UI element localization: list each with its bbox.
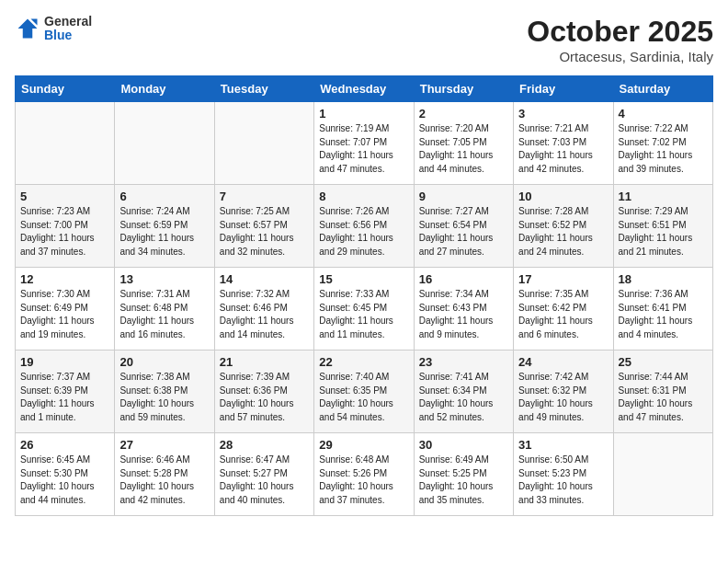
day-info: Sunrise: 7:23 AM Sunset: 7:00 PM Dayligh… (20, 205, 109, 259)
day-cell: 29Sunrise: 6:48 AM Sunset: 5:26 PM Dayli… (314, 433, 414, 516)
day-number: 28 (220, 438, 309, 452)
day-info: Sunrise: 6:46 AM Sunset: 5:28 PM Dayligh… (119, 454, 209, 507)
week-row-2: 5Sunrise: 7:23 AM Sunset: 7:00 PM Daylig… (16, 185, 713, 268)
day-cell: 27Sunrise: 6:46 AM Sunset: 5:28 PM Dayli… (115, 433, 214, 516)
day-number: 20 (119, 355, 209, 369)
day-cell: 24Sunrise: 7:42 AM Sunset: 6:32 PM Dayli… (514, 350, 613, 433)
day-info: Sunrise: 6:45 AM Sunset: 5:30 PM Dayligh… (20, 454, 109, 507)
day-number: 22 (319, 355, 408, 369)
day-number: 25 (619, 355, 708, 369)
day-number: 17 (518, 272, 608, 286)
week-row-5: 26Sunrise: 6:45 AM Sunset: 5:30 PM Dayli… (16, 433, 713, 516)
day-info: Sunrise: 6:49 AM Sunset: 5:25 PM Dayligh… (419, 454, 508, 507)
day-number: 21 (220, 355, 309, 369)
logo-blue: Blue (44, 29, 92, 42)
day-cell: 9Sunrise: 7:27 AM Sunset: 6:54 PM Daylig… (414, 185, 513, 268)
day-cell: 13Sunrise: 7:31 AM Sunset: 6:48 PM Dayli… (115, 268, 214, 350)
day-cell: 22Sunrise: 7:40 AM Sunset: 6:35 PM Dayli… (314, 350, 414, 433)
day-number: 13 (119, 272, 209, 286)
day-number: 7 (220, 190, 309, 203)
day-info: Sunrise: 7:37 AM Sunset: 6:39 PM Dayligh… (20, 371, 109, 424)
day-info: Sunrise: 7:24 AM Sunset: 6:59 PM Dayligh… (119, 205, 209, 259)
logo-general: General (44, 15, 92, 29)
month-title: October 2025 (527, 15, 713, 49)
day-info: Sunrise: 7:21 AM Sunset: 7:03 PM Dayligh… (518, 122, 608, 176)
day-cell: 28Sunrise: 6:47 AM Sunset: 5:27 PM Dayli… (214, 433, 313, 516)
day-number: 24 (518, 355, 608, 369)
day-info: Sunrise: 7:25 AM Sunset: 6:57 PM Dayligh… (220, 205, 309, 259)
day-info: Sunrise: 7:40 AM Sunset: 6:35 PM Dayligh… (319, 371, 408, 424)
day-info: Sunrise: 7:32 AM Sunset: 6:46 PM Dayligh… (220, 288, 309, 341)
day-info: Sunrise: 7:27 AM Sunset: 6:54 PM Dayligh… (419, 205, 508, 259)
day-cell: 7Sunrise: 7:25 AM Sunset: 6:57 PM Daylig… (214, 185, 313, 268)
day-cell: 8Sunrise: 7:26 AM Sunset: 6:56 PM Daylig… (314, 185, 414, 268)
day-cell (613, 433, 712, 516)
day-number: 29 (319, 438, 408, 452)
day-cell: 21Sunrise: 7:39 AM Sunset: 6:36 PM Dayli… (214, 350, 313, 433)
day-number: 31 (518, 438, 608, 452)
day-cell: 31Sunrise: 6:50 AM Sunset: 5:23 PM Dayli… (514, 433, 613, 516)
day-cell: 23Sunrise: 7:41 AM Sunset: 6:34 PM Dayli… (414, 350, 513, 433)
day-cell: 15Sunrise: 7:33 AM Sunset: 6:45 PM Dayli… (314, 268, 414, 350)
day-info: Sunrise: 7:20 AM Sunset: 7:05 PM Dayligh… (419, 122, 508, 176)
calendar-table: SundayMondayTuesdayWednesdayThursdayFrid… (15, 75, 713, 516)
day-info: Sunrise: 7:31 AM Sunset: 6:48 PM Dayligh… (119, 288, 209, 341)
day-number: 27 (119, 438, 209, 452)
day-info: Sunrise: 6:48 AM Sunset: 5:26 PM Dayligh… (319, 454, 408, 507)
day-number: 18 (619, 272, 708, 286)
page-header: General Blue October 2025 Ortacesus, Sar… (15, 15, 713, 64)
day-number: 9 (419, 190, 508, 203)
day-info: Sunrise: 7:44 AM Sunset: 6:31 PM Dayligh… (619, 371, 708, 424)
day-number: 16 (419, 272, 508, 286)
day-info: Sunrise: 7:41 AM Sunset: 6:34 PM Dayligh… (419, 371, 508, 424)
title-block: October 2025 Ortacesus, Sardinia, Italy (527, 15, 713, 64)
week-row-3: 12Sunrise: 7:30 AM Sunset: 6:49 PM Dayli… (16, 268, 713, 350)
day-info: Sunrise: 7:29 AM Sunset: 6:51 PM Dayligh… (619, 205, 708, 259)
day-cell (16, 102, 115, 185)
day-info: Sunrise: 7:36 AM Sunset: 6:41 PM Dayligh… (619, 288, 708, 341)
day-cell: 11Sunrise: 7:29 AM Sunset: 6:51 PM Dayli… (613, 185, 712, 268)
day-cell: 25Sunrise: 7:44 AM Sunset: 6:31 PM Dayli… (613, 350, 712, 433)
week-row-1: 1Sunrise: 7:19 AM Sunset: 7:07 PM Daylig… (16, 102, 713, 185)
day-cell: 5Sunrise: 7:23 AM Sunset: 7:00 PM Daylig… (16, 185, 115, 268)
logo-icon (15, 16, 40, 41)
day-info: Sunrise: 6:47 AM Sunset: 5:27 PM Dayligh… (220, 454, 309, 507)
day-cell: 1Sunrise: 7:19 AM Sunset: 7:07 PM Daylig… (314, 102, 414, 185)
day-cell: 2Sunrise: 7:20 AM Sunset: 7:05 PM Daylig… (414, 102, 513, 185)
day-cell: 19Sunrise: 7:37 AM Sunset: 6:39 PM Dayli… (16, 350, 115, 433)
day-info: Sunrise: 7:34 AM Sunset: 6:43 PM Dayligh… (419, 288, 508, 341)
logo: General Blue (15, 15, 92, 43)
day-cell: 20Sunrise: 7:38 AM Sunset: 6:38 PM Dayli… (115, 350, 214, 433)
day-info: Sunrise: 7:22 AM Sunset: 7:02 PM Dayligh… (619, 122, 708, 176)
logo-text: General Blue (44, 15, 92, 43)
day-info: Sunrise: 7:42 AM Sunset: 6:32 PM Dayligh… (518, 371, 608, 424)
day-number: 6 (119, 190, 209, 203)
day-info: Sunrise: 7:39 AM Sunset: 6:36 PM Dayligh… (220, 371, 309, 424)
col-header-friday: Friday (514, 76, 613, 102)
day-number: 3 (518, 107, 608, 121)
col-header-monday: Monday (115, 76, 214, 102)
day-number: 2 (419, 107, 508, 121)
header-row: SundayMondayTuesdayWednesdayThursdayFrid… (16, 76, 713, 102)
day-cell: 12Sunrise: 7:30 AM Sunset: 6:49 PM Dayli… (16, 268, 115, 350)
day-cell: 18Sunrise: 7:36 AM Sunset: 6:41 PM Dayli… (613, 268, 712, 350)
location: Ortacesus, Sardinia, Italy (527, 49, 713, 64)
day-number: 4 (619, 107, 708, 121)
day-cell: 10Sunrise: 7:28 AM Sunset: 6:52 PM Dayli… (514, 185, 613, 268)
day-info: Sunrise: 7:38 AM Sunset: 6:38 PM Dayligh… (119, 371, 209, 424)
day-number: 10 (518, 190, 608, 203)
day-info: Sunrise: 7:19 AM Sunset: 7:07 PM Dayligh… (319, 122, 408, 176)
day-info: Sunrise: 7:26 AM Sunset: 6:56 PM Dayligh… (319, 205, 408, 259)
day-cell: 4Sunrise: 7:22 AM Sunset: 7:02 PM Daylig… (613, 102, 712, 185)
day-cell: 14Sunrise: 7:32 AM Sunset: 6:46 PM Dayli… (214, 268, 313, 350)
day-cell (115, 102, 214, 185)
col-header-wednesday: Wednesday (314, 76, 414, 102)
day-number: 23 (419, 355, 508, 369)
col-header-sunday: Sunday (16, 76, 115, 102)
day-number: 5 (20, 190, 109, 203)
day-cell: 3Sunrise: 7:21 AM Sunset: 7:03 PM Daylig… (514, 102, 613, 185)
day-number: 12 (20, 272, 109, 286)
day-number: 8 (319, 190, 408, 203)
day-cell (214, 102, 313, 185)
day-number: 1 (319, 107, 408, 121)
